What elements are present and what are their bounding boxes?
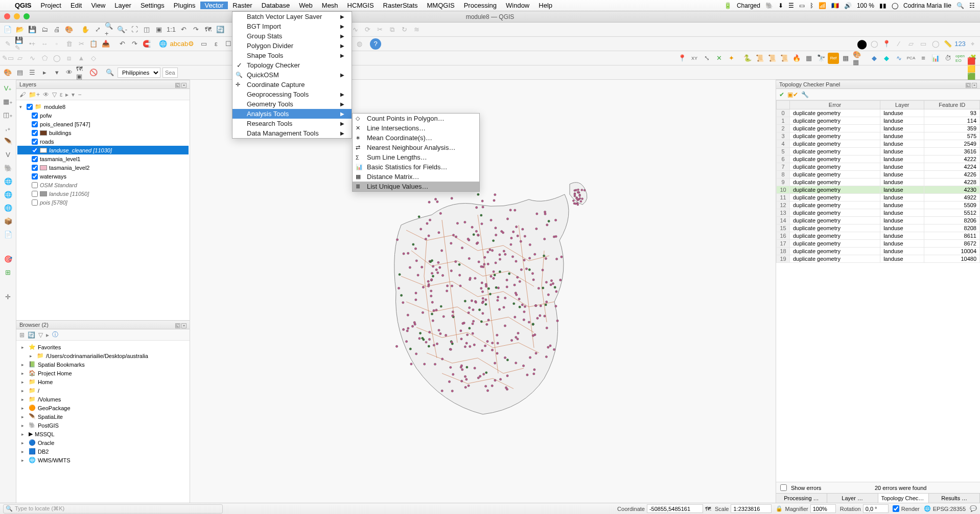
ref-icon[interactable]: Ref (828, 53, 839, 64)
time-icon[interactable]: ⏱ (942, 53, 953, 64)
layer-checkbox[interactable] (32, 165, 38, 171)
cyan-tool-icon[interactable]: ◆ (881, 53, 892, 64)
menu-mmqgis[interactable]: MMQGIS (423, 2, 459, 9)
layer-checkbox[interactable] (32, 139, 38, 145)
expand-legend-icon[interactable]: ▸ (39, 67, 50, 78)
minimize-window-icon[interactable] (14, 13, 20, 19)
vector-menu-item[interactable]: Analysis Tools▶ (232, 109, 352, 119)
vector-menu-item[interactable]: Polygon Divider▶ (232, 41, 352, 51)
topo-configure-icon[interactable]: 🔧 (801, 91, 809, 98)
vector-menu-item[interactable]: 🔍QuickOSM▶ (232, 70, 352, 80)
binoculars-icon[interactable]: 🔭 (815, 53, 827, 64)
zoom-layer-icon[interactable]: ▣ (153, 24, 165, 35)
tool3-4-icon[interactable]: ⬠ (39, 53, 50, 64)
browser-item[interactable]: ▸📁/Volumes (17, 395, 189, 404)
filter-by-map-icon[interactable]: 🗺▣ (76, 67, 87, 78)
table-row[interactable]: 1duplicate geometrylanduse114 (777, 117, 980, 125)
redo-icon[interactable]: ↷ (129, 38, 140, 50)
panel-tab[interactable]: Topology Checke… (878, 494, 929, 503)
browser-tree[interactable]: ▸⭐Favorites▸📁/Users/codrinamariailie/Des… (16, 341, 190, 503)
evernote-icon[interactable]: 🐘 (764, 2, 774, 9)
user-icon[interactable]: ◯ (891, 2, 899, 9)
tool3-8-icon[interactable]: ◇ (88, 53, 99, 64)
pin-icon[interactable]: 📍 (881, 38, 892, 50)
edit-toggle-icon[interactable]: ✎ (2, 38, 13, 50)
country-select[interactable]: Philippines (118, 68, 160, 78)
zoom-next-icon[interactable]: ↷ (190, 24, 201, 35)
cut-icon[interactable]: ✂ (76, 38, 87, 50)
browser-item[interactable]: ▸🪶SpatiaLite (17, 412, 189, 421)
plugin-misc3-icon[interactable]: ◍ (354, 38, 365, 50)
layer-item[interactable]: OSM Standard (17, 181, 189, 189)
add-wms-icon[interactable]: 🌐 (2, 175, 14, 187)
pan-to-selection-icon[interactable]: ⤢ (92, 24, 103, 35)
browser-filter-icon[interactable]: ▽ (38, 331, 43, 339)
table-row[interactable]: 16duplicate geometrylanduse8611 (777, 232, 980, 240)
zoom-in-icon[interactable]: 🔍+ (104, 24, 115, 35)
tool3-2-icon[interactable]: ▱ (14, 53, 26, 64)
table-row[interactable]: 6duplicate geometrylanduse4222 (777, 155, 980, 163)
temp-layer-icon[interactable]: ⊞ (2, 266, 14, 278)
table-row[interactable]: 17duplicate geometrylanduse8672 (777, 240, 980, 248)
layer-item[interactable]: buildings (17, 128, 189, 137)
add-postgis-icon[interactable]: 🐘 (2, 162, 14, 174)
table-row[interactable]: 9duplicate geometrylanduse4228 (777, 178, 980, 186)
layer-checkbox[interactable] (32, 113, 38, 119)
menu-web[interactable]: Web (294, 2, 317, 9)
new-project-icon[interactable]: 📄 (2, 24, 13, 35)
crs-icon[interactable]: 🌐 (924, 505, 931, 512)
layer-item[interactable]: pofw (17, 111, 189, 120)
table-row[interactable]: 14duplicate geometrylanduse8206 (777, 217, 980, 225)
panel-tab[interactable]: Processing … (776, 494, 827, 503)
undo-icon[interactable]: ↶ (116, 38, 128, 50)
search-input[interactable] (162, 68, 178, 78)
simplify-icon[interactable]: ≋ (411, 24, 422, 35)
vector-menu-item[interactable]: Geoprocessing Tools▶ (232, 90, 352, 99)
openeo-icon[interactable]: openEO (954, 53, 966, 64)
no-go-icon[interactable]: 🚫 (88, 67, 99, 78)
node-tool-icon[interactable]: ◦ (51, 38, 62, 50)
layer-style-icon[interactable]: 🖌 (19, 91, 26, 98)
layer-remove-icon[interactable]: − (78, 91, 81, 98)
paste-icon[interactable]: 📥 (100, 38, 111, 50)
topo-validate-icon[interactable]: ✔ (779, 91, 784, 98)
color-grid-icon[interactable]: 🎨▦ (852, 53, 864, 64)
layer-collapse-icon[interactable]: ▾ (72, 91, 75, 98)
layer-item[interactable]: waterways (17, 172, 189, 181)
vector-menu-item[interactable]: Shape Tools▶ (232, 51, 352, 60)
menu-window[interactable]: Window (501, 2, 534, 9)
analysis-menu-item[interactable]: ✕Line Intersections… (353, 123, 479, 133)
tool3-3-icon[interactable]: ∿ (27, 53, 38, 64)
bluetooth-icon[interactable]: ᛒ (809, 2, 814, 9)
browser-item[interactable]: ▸🌐WMS/WMTS (17, 456, 189, 464)
table-row[interactable]: 4duplicate geometrylanduse2549 (777, 140, 980, 148)
open-project-icon[interactable]: 📂 (14, 24, 26, 35)
pca-icon[interactable]: PCA (905, 53, 917, 64)
menu-rasterstats[interactable]: RasterStats (379, 2, 423, 9)
add-spatialite-icon[interactable]: 🪶 (2, 135, 14, 147)
menu-vector[interactable]: Vector (200, 2, 228, 9)
menu-settings[interactable]: Settings (136, 2, 169, 9)
layer-checkbox[interactable] (32, 191, 38, 197)
compass-icon[interactable]: ⌖ (967, 38, 978, 50)
raster-calc-icon[interactable]: ▩ (840, 53, 851, 64)
search-icon[interactable]: 🔍 (955, 2, 965, 9)
new-map-view-icon[interactable]: 🗺 (202, 24, 214, 35)
tool3-7-icon[interactable]: ▲ (76, 53, 87, 64)
layer-item[interactable]: tasmania_level2 (17, 163, 189, 172)
layer-checkbox[interactable] (32, 156, 38, 162)
browser-item[interactable]: ▸📁Home (17, 377, 189, 386)
menu-project[interactable]: Project (36, 2, 66, 9)
browser-item[interactable]: ▸🟦DB2 (17, 447, 189, 456)
menu-processing[interactable]: Processing (459, 2, 501, 9)
save-project-icon[interactable]: 💾 (27, 24, 38, 35)
layer-item[interactable]: landuse [11050] (17, 189, 189, 198)
browser-item[interactable]: ▸📗Spatial Bookmarks (17, 360, 189, 369)
vector-menu-item[interactable]: Geometry Tools▶ (232, 99, 352, 109)
browser-item[interactable]: ▸📁/Users/codrinamariailie/Desktop/austra… (17, 351, 189, 360)
locator-search-icon[interactable]: 🔍 (104, 67, 115, 78)
panel-close-icon[interactable]: × (181, 83, 186, 88)
layers-tree[interactable]: ▾ 📁 module8 pofwpois_cleaned [5747]build… (16, 100, 190, 320)
battery-full-icon[interactable]: ▮▮ (878, 2, 888, 9)
layer-checkbox[interactable] (32, 199, 38, 206)
